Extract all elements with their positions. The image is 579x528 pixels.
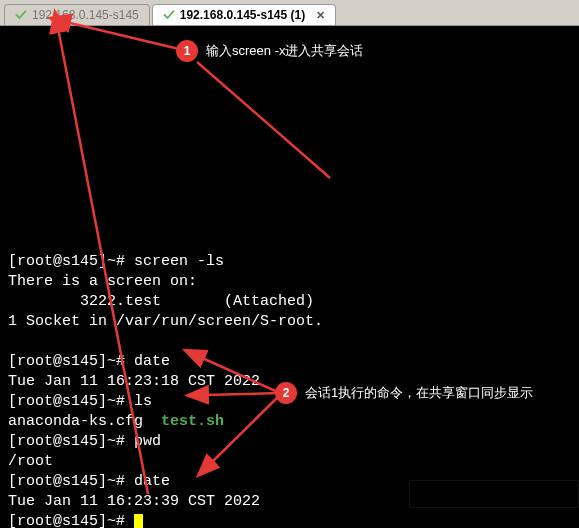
- tab-1[interactable]: 192.168.0.145-s145: [4, 4, 150, 25]
- annotation-badge-1: 1: [176, 40, 198, 62]
- check-icon: [163, 9, 175, 21]
- annotation-badge-2: 2: [275, 382, 297, 404]
- annotation-text-1: 输入screen -x进入共享会话: [206, 42, 363, 60]
- tab-bar: 192.168.0.145-s145 192.168.0.145-s145 (1…: [0, 0, 579, 26]
- tab-label: 192.168.0.145-s145 (1): [180, 8, 305, 22]
- tab-label: 192.168.0.145-s145: [32, 8, 139, 22]
- annotation-text-2: 会话1执行的命令，在共享窗口同步显示: [305, 384, 533, 402]
- check-icon: [15, 9, 27, 21]
- tab-2[interactable]: 192.168.0.145-s145 (1) ✕: [152, 4, 336, 25]
- annotation-2: 2 会话1执行的命令，在共享窗口同步显示: [275, 382, 533, 404]
- close-icon[interactable]: ✕: [316, 9, 325, 22]
- redacted-block: [409, 480, 579, 508]
- terminal[interactable]: [root@s145]~# screen -ls There is a scre…: [0, 26, 579, 528]
- annotation-1: 1 输入screen -x进入共享会话: [176, 40, 363, 62]
